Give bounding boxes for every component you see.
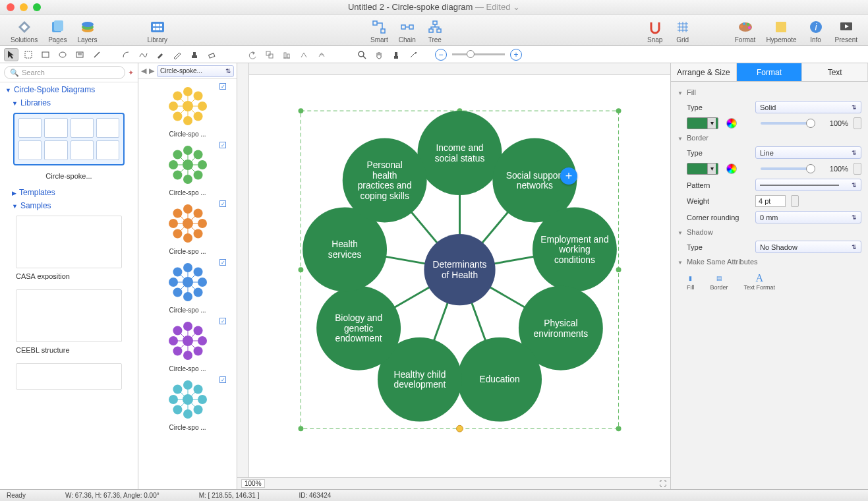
align-tool[interactable]: [279, 48, 294, 61]
corner-select[interactable]: 0 mm⇅: [755, 211, 861, 223]
spline-tool[interactable]: [136, 48, 150, 61]
undo-button[interactable]: [245, 48, 260, 61]
chain-button[interactable]: Chain: [393, 17, 421, 44]
zoom-control: − +: [435, 49, 522, 61]
pen-tool[interactable]: [153, 48, 167, 61]
svg-rect-50: [266, 51, 270, 55]
border-opacity-stepper[interactable]: [854, 163, 861, 175]
grid-button[interactable]: Grid: [669, 17, 697, 44]
tab-text[interactable]: Text: [802, 63, 868, 81]
zoom-button[interactable]: [33, 3, 41, 11]
fill-type-select[interactable]: Solid⇅: [755, 101, 861, 113]
rotate-tool[interactable]: [314, 48, 328, 61]
zoom-out-button[interactable]: −: [435, 49, 447, 61]
svg-rect-48: [209, 53, 215, 57]
fill-color-wheel[interactable]: [726, 118, 737, 129]
smart-connector-button[interactable]: Smart: [365, 17, 393, 44]
layers-button[interactable]: Layers: [72, 17, 103, 44]
solutions-button[interactable]: Solutions: [5, 17, 43, 44]
shape-library-item[interactable]: Circle-spo ...: [138, 376, 237, 431]
line-tool[interactable]: [90, 48, 104, 61]
zoom-in-button[interactable]: +: [510, 49, 522, 61]
sample-thumbnail-3[interactable]: [16, 363, 122, 390]
fill-opacity-slider[interactable]: [761, 122, 811, 125]
rect-tool[interactable]: [38, 48, 53, 61]
shape-library-item[interactable]: Circle-spo ...: [138, 83, 237, 138]
nav-fwd-icon[interactable]: ▶: [149, 67, 154, 75]
pattern-select[interactable]: ⇅: [755, 179, 861, 191]
pages-button[interactable]: Pages: [43, 17, 72, 44]
svg-point-170: [616, 426, 622, 431]
make-same-fill[interactable]: ▮Fill: [687, 272, 695, 291]
zoom-value[interactable]: 100%: [241, 479, 265, 488]
border-opacity-slider[interactable]: [761, 167, 811, 170]
hypernote-button[interactable]: Hypernote: [761, 17, 801, 44]
zoom-tool[interactable]: [355, 48, 369, 61]
tree-samples[interactable]: Samples: [0, 198, 138, 212]
svg-point-136: [173, 347, 182, 356]
tab-format[interactable]: Format: [737, 63, 803, 81]
arc-tool[interactable]: [119, 48, 133, 61]
section-border[interactable]: Border: [678, 131, 861, 144]
pattern-label: Pattern: [687, 181, 750, 189]
weight-stepper[interactable]: [791, 195, 799, 207]
circle-spoke-diagram[interactable]: Income andsocial statusSocial supportnet…: [249, 75, 670, 477]
shapes-selector[interactable]: Circle-spoke...⇅: [157, 65, 234, 77]
shape-library-item[interactable]: Circle-spo ...: [138, 259, 237, 314]
hand-tool[interactable]: [372, 48, 386, 61]
marquee-tool[interactable]: [21, 48, 36, 61]
section-make-same[interactable]: Make Same Attributes: [678, 255, 861, 268]
search-input[interactable]: 🔍Search: [4, 66, 125, 79]
close-button[interactable]: [7, 3, 14, 11]
border-type-select[interactable]: Line⇅: [755, 146, 861, 159]
tab-arrange[interactable]: Arrange & Size: [671, 63, 737, 81]
svg-point-164: [299, 267, 304, 272]
border-color-wheel[interactable]: [726, 163, 737, 174]
shape-library-item[interactable]: Circle-spo ...: [138, 318, 237, 372]
group-tool[interactable]: [262, 48, 277, 61]
tree-templates[interactable]: Templates: [0, 185, 138, 198]
info-button[interactable]: iInfo: [802, 17, 830, 44]
weight-input[interactable]: 4 pt: [755, 195, 786, 207]
fill-color-button[interactable]: [687, 117, 718, 129]
sample-thumbnail-2[interactable]: [16, 289, 122, 342]
shadow-type-select[interactable]: No Shadow⇅: [755, 241, 861, 253]
svg-text:Physical: Physical: [544, 318, 577, 328]
svg-point-79: [198, 160, 207, 169]
eyedropper-tool[interactable]: [406, 48, 420, 61]
pointer-tool[interactable]: [4, 48, 18, 61]
fill-opacity-stepper[interactable]: [854, 117, 861, 129]
pencil-tool[interactable]: [170, 48, 185, 61]
border-color-button[interactable]: [687, 163, 718, 175]
tree-libraries[interactable]: Libraries: [0, 96, 138, 109]
ellipse-tool[interactable]: [55, 48, 70, 61]
shape-library-item[interactable]: Circle-spo ...: [138, 200, 237, 255]
present-button[interactable]: Present: [830, 17, 863, 44]
search-settings-icon[interactable]: ✦: [128, 69, 134, 77]
sample-thumbnail-1[interactable]: [16, 216, 122, 268]
fit-icon[interactable]: ⛶: [660, 480, 666, 487]
stamp-tool[interactable]: [187, 48, 202, 61]
sample-caption-1: CASA exposition: [0, 272, 138, 280]
snap-button[interactable]: Snap: [641, 17, 669, 44]
zoom-slider[interactable]: [452, 53, 505, 55]
make-same-text[interactable]: AText Format: [744, 272, 776, 291]
shape-library-item[interactable]: Circle-spo ...: [138, 142, 237, 196]
section-fill[interactable]: Fill: [678, 86, 861, 99]
tree-button[interactable]: Tree: [421, 17, 449, 44]
text-tool[interactable]: [72, 48, 87, 61]
distribute-tool[interactable]: [297, 48, 311, 61]
library-button[interactable]: Library: [142, 17, 173, 44]
format-panel-button[interactable]: Format: [730, 17, 761, 44]
add-spoke-button[interactable]: +: [560, 167, 577, 185]
library-thumbnail-selected[interactable]: [13, 113, 125, 165]
canvas[interactable]: Income andsocial statusSocial supportnet…: [249, 75, 670, 477]
crop-tool[interactable]: [389, 48, 403, 61]
make-same-border[interactable]: ▤Border: [710, 272, 728, 291]
svg-rect-47: [193, 52, 196, 55]
nav-back-icon[interactable]: ◀: [141, 67, 146, 75]
section-shadow[interactable]: Shadow: [678, 225, 861, 239]
minimize-button[interactable]: [20, 3, 28, 11]
tree-root[interactable]: Circle-Spoke Diagrams: [0, 82, 138, 96]
eraser-tool[interactable]: [204, 48, 219, 61]
